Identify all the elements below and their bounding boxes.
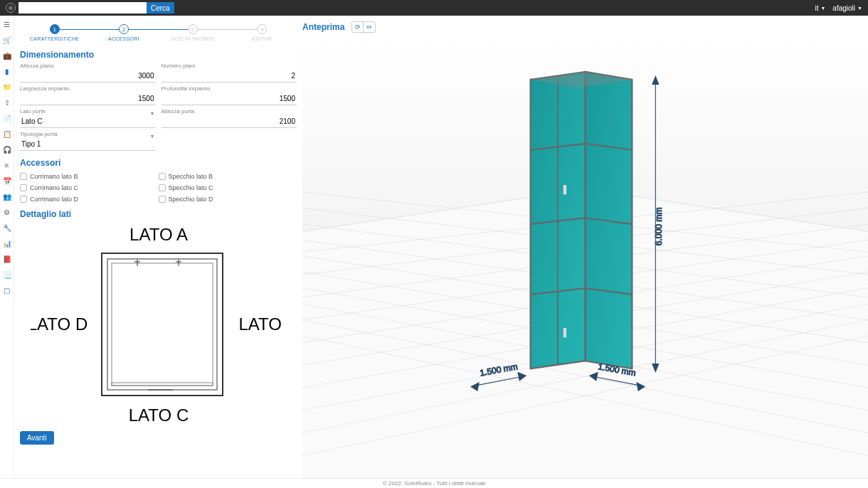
specchio-b-checkbox[interactable] [159,173,166,180]
users-icon[interactable]: 👥 [3,192,11,201]
larghezza-impianto-input[interactable] [20,92,156,105]
svg-text:LATO B: LATO B [238,314,287,334]
reload-icon: ⟳ [355,23,361,31]
step-3: 3 SCELTA SFONDO [159,24,228,41]
tools-icon[interactable]: 🔧 [3,223,11,232]
corrimano-c-label: Corrimano lato C [30,184,78,191]
lato-porte-label: Lato porte [20,108,156,115]
corrimano-b-checkbox[interactable] [20,173,27,180]
larghezza-impianto-label: Larghezza impianto [20,85,156,92]
headset-icon[interactable]: 🎧 [3,145,11,154]
chevron-down-icon: ▼ [820,6,825,11]
preview-viewport[interactable]: 6.000 mm 1.500 mm 1.500 mm [302,33,868,478]
step-4: 4 EDITOR [228,24,297,41]
section-dettaglio: Dettaglio lati [20,209,297,219]
user-label: afagioli [832,4,855,12]
svg-rect-6 [112,263,213,386]
language-selector[interactable]: it ▼ [815,4,825,12]
corrimano-d-checkbox[interactable] [20,196,27,203]
config-icon[interactable]: ▮ [3,67,11,75]
svg-rect-4 [102,253,223,396]
expand-icon: ⇔ [366,23,372,31]
corrimano-d-label: Corrimano lato D [30,196,78,203]
search-input[interactable] [18,2,147,14]
folder-icon[interactable]: 📁 [3,83,11,91]
search-button[interactable]: Cerca [147,2,174,14]
page-icon[interactable]: 📃 [3,270,11,279]
svg-rect-44 [563,185,566,194]
section-accessori: Accessori [20,158,297,168]
section-dimensionamento: Dimensionamento [20,50,297,60]
gear-icon[interactable]: ⚙ [3,208,11,216]
list-icon[interactable]: ≡ [3,161,11,169]
device-icon[interactable]: ▢ [3,286,11,295]
profondita-impianto-input[interactable] [162,92,297,105]
svg-rect-45 [563,328,566,337]
chart-icon[interactable]: 📊 [3,239,11,248]
book-icon[interactable]: 📕 [3,255,11,263]
step-1[interactable]: 1 CARATTERISTICHE [20,24,89,41]
chevron-down-icon: ▼ [857,6,862,11]
briefcase-icon[interactable]: 💼 [3,51,11,60]
specchio-d-checkbox[interactable] [159,196,166,203]
specchio-b-label: Specchio lato B [169,173,213,180]
fullscreen-button[interactable]: ⇔ [364,22,375,32]
app-logo[interactable]: ◎ [6,3,16,13]
plan-diagram: LATO A LATO B LATO C LATO D [20,222,297,431]
language-label: it [815,4,818,12]
svg-text:LATO D: LATO D [31,314,88,334]
upload-icon[interactable]: ⇪ [3,98,11,107]
specchio-d-label: Specchio lato D [169,196,213,203]
profondita-impianto-label: Profondità impianto [162,85,297,92]
clipboard-icon[interactable]: 📋 [3,129,11,138]
user-menu[interactable]: afagioli ▼ [832,4,862,12]
svg-rect-12 [112,383,213,386]
elevator-3d [531,72,633,368]
next-button[interactable]: Avanti [20,431,54,445]
altezza-piano-input[interactable] [20,70,156,83]
altezza-porta-label: Altezza porta [162,108,297,115]
svg-text:LATO C: LATO C [128,405,188,424]
corrimano-b-label: Corrimano lato B [30,173,78,180]
menu-icon[interactable]: ☰ [3,20,11,28]
specchio-c-checkbox[interactable] [159,184,166,191]
document-icon[interactable]: 📄 [3,114,11,122]
section-anteprima: Anteprima [302,22,344,32]
left-rail: ☰ 🛒 💼 ▮ 📁 ⇪ 📄 📋 🎧 ≡ 📅 👥 ⚙ 🔧 📊 📕 📃 ▢ [0,16,14,478]
svg-text:6.000 mm: 6.000 mm [654,208,664,246]
cart-icon[interactable]: 🛒 [3,36,11,44]
stepper: 1 CARATTERISTICHE 2 ACCESSORI 3 SCELTA S… [20,21,297,44]
footer: © 2022. SolidRules - Tutti i diritti ris… [0,478,868,488]
calendar-icon[interactable]: 📅 [3,176,11,185]
reload-button[interactable]: ⟳ [352,22,364,32]
svg-rect-5 [107,259,217,390]
numero-piani-label: Numero piani [162,63,297,69]
corrimano-c-checkbox[interactable] [20,184,27,191]
tipologia-porta-select[interactable] [20,138,156,151]
tipologia-porta-label: Tipologia porta [20,131,156,137]
numero-piani-input[interactable] [162,70,297,83]
specchio-c-label: Specchio lato C [169,184,213,191]
lato-porte-select[interactable] [20,115,156,128]
altezza-piano-label: Altezza piano [20,63,156,69]
step-2[interactable]: 2 ACCESSORI [89,24,158,41]
svg-text:LATO A: LATO A [129,225,188,244]
altezza-porta-input[interactable] [162,115,297,128]
